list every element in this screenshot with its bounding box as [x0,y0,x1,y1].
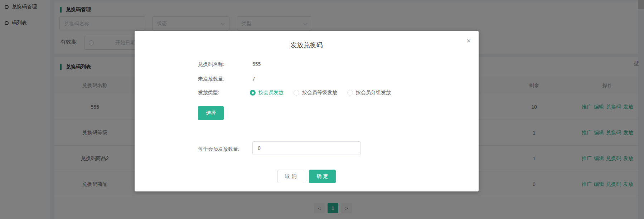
cancel-button[interactable]: 取 消 [277,170,304,183]
code-name-label: 兑换码名称: [198,61,224,68]
radio-label: 按会员发放 [258,89,284,96]
radio-icon [294,90,299,96]
issue-type-radio-group: 按会员发放 按会员等级发放 按会员分组发放 [250,89,391,96]
modal-title: 发放兑换码 [135,41,479,49]
issue-code-modal: 发放兑换码 × 兑换码名称: 555 未发放数量: 7 发放类型: 按会员发放 … [135,31,479,191]
unissued-qty-label: 未发放数量: [198,76,224,82]
confirm-button[interactable]: 确 定 [309,170,336,183]
qty-per-member-label: 每个会员发放数量: [198,146,239,152]
radio-by-member-level[interactable]: 按会员等级发放 [294,89,337,96]
unissued-qty-value: 7 [252,76,255,82]
radio-label: 按会员等级发放 [302,89,337,96]
modal-footer: 取 消 确 定 [135,170,479,183]
close-icon[interactable]: × [466,37,471,44]
radio-by-member-group[interactable]: 按会员分组发放 [347,89,391,96]
radio-icon [250,90,256,96]
select-button[interactable]: 选择 [198,106,224,120]
qty-per-member-input[interactable] [252,141,361,155]
code-name-value: 555 [252,61,261,67]
radio-icon [347,90,353,96]
radio-by-member[interactable]: 按会员发放 [250,89,284,96]
issue-type-label: 发放类型: [198,89,219,96]
radio-label: 按会员分组发放 [356,89,391,96]
